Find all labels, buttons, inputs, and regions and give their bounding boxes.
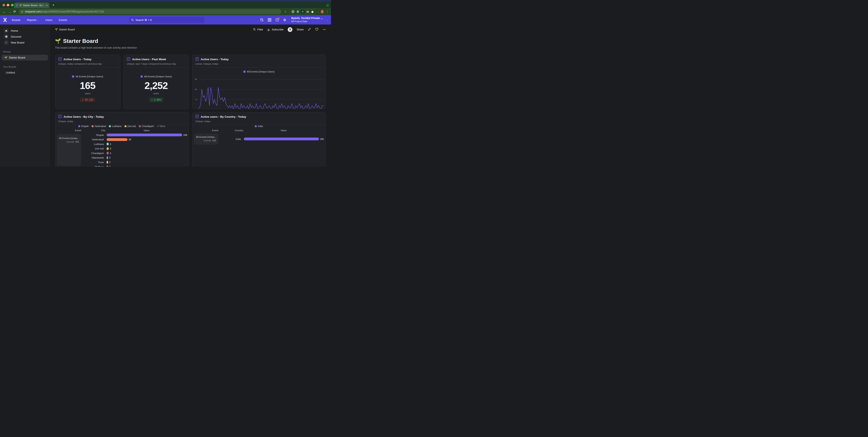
- bar[interactable]: [106, 138, 127, 141]
- close-window-button[interactable]: [3, 4, 5, 6]
- sidebar-item-starter-board[interactable]: 🌱 Starter Board: [1, 55, 48, 60]
- apps-grid-icon[interactable]: [268, 18, 272, 22]
- minimize-window-button[interactable]: [7, 4, 9, 6]
- breadcrumb[interactable]: 🌱 Starter Board: [55, 28, 75, 31]
- sidebar-item-label: Home: [11, 29, 18, 32]
- bookmark-star-icon[interactable]: ☆: [284, 10, 287, 13]
- card-subtitle: Unique, last 7 days compared to previous…: [127, 63, 186, 65]
- legend-item[interactable]: Hyderabad: [92, 125, 106, 127]
- card-active-users-line-chart[interactable]: Active Users - Today Linear, Unique, tod…: [192, 55, 326, 109]
- reload-button[interactable]: ⟳: [13, 10, 17, 13]
- forward-button[interactable]: →: [7, 10, 11, 13]
- bar-label: Ludhiana: [55, 143, 104, 145]
- bar-value: 30: [129, 138, 131, 141]
- bar-row[interactable]: Ongole109: [55, 133, 187, 137]
- plus-icon: +: [4, 40, 8, 45]
- tab-close-icon[interactable]: ×: [46, 4, 48, 7]
- search-input[interactable]: Search ⌘ + K: [129, 17, 204, 23]
- browser-tab-bar: 🌱 Starter Board - ByteXL Tec × + ⌄: [0, 2, 331, 8]
- legend-item[interactable]: Chandigarh: [139, 125, 154, 127]
- window-controls[interactable]: [3, 4, 13, 6]
- grammarly-icon[interactable]: G: [297, 10, 299, 13]
- sidebar-item-untitled[interactable]: Untitled: [0, 70, 50, 76]
- bar[interactable]: [106, 166, 108, 167]
- data-management-icon[interactable]: [260, 18, 264, 22]
- bar[interactable]: [106, 143, 109, 145]
- bar[interactable]: [106, 156, 108, 159]
- bar-rows: India165: [192, 137, 324, 141]
- site-info-icon[interactable]: [21, 11, 23, 12]
- card-active-users-past-week[interactable]: Active Users - Past Week Unique, last 7 …: [123, 55, 189, 109]
- bar[interactable]: [106, 147, 109, 150]
- bar-row[interactable]: Hyderabad30: [55, 137, 187, 142]
- share-button[interactable]: Share: [297, 28, 304, 31]
- legend-item[interactable]: Ongole: [78, 125, 89, 127]
- nav-item-reports[interactable]: Reports⌄: [27, 19, 39, 22]
- card-active-users-by-city[interactable]: Active Users - By City - Today Unique, t…: [55, 112, 189, 167]
- compass-icon: [4, 34, 8, 39]
- bullseye-icon[interactable]: [291, 10, 294, 13]
- desktop-strip: [0, 0, 331, 2]
- new-tab-button[interactable]: +: [52, 3, 55, 8]
- filter-button[interactable]: Filter: [253, 28, 263, 31]
- bar-value: 109: [183, 134, 187, 136]
- collaborator-avatar[interactable]: [288, 27, 292, 32]
- bar[interactable]: [244, 138, 319, 140]
- org-switcher[interactable]: ByteXL TechEd Private ... All Project Da…: [291, 17, 323, 23]
- nav-item-users[interactable]: Users: [45, 19, 52, 22]
- legend-more[interactable]: +7 More: [157, 125, 165, 127]
- bar-label: Vijayawada: [55, 156, 104, 159]
- bar[interactable]: [106, 152, 109, 154]
- sidebar: Home Discover + New Board Pinned 🌱 Start…: [0, 25, 50, 167]
- tab-title: Starter Board - ByteXL Tec: [23, 4, 45, 6]
- legend-item[interactable]: (not set): [125, 125, 136, 127]
- bar[interactable]: [106, 134, 182, 136]
- bar-row[interactable]: Mathura2: [55, 165, 187, 167]
- chrome-menu-icon[interactable]: ⋮: [327, 10, 329, 13]
- tab-search-button[interactable]: ⌄: [326, 4, 329, 7]
- bar-row[interactable]: (not set)3: [55, 146, 187, 151]
- nav-item-boards[interactable]: Boards: [12, 19, 21, 22]
- maximize-window-button[interactable]: [11, 4, 13, 6]
- back-button[interactable]: ←: [2, 10, 6, 13]
- more-options-button[interactable]: •••: [323, 28, 326, 31]
- legend-label: (not set): [127, 125, 136, 127]
- url-bar[interactable]: mixpanel.com/project/3455032/view/395769…: [19, 9, 281, 14]
- bar[interactable]: [106, 161, 108, 164]
- nav-item-events[interactable]: Events: [59, 19, 67, 22]
- card-active-users-today[interactable]: Active Users - Today Unique, today compa…: [55, 55, 120, 109]
- help-icon[interactable]: ?: [275, 18, 279, 22]
- seedling-icon: 🌱: [55, 28, 58, 31]
- mixpanel-logo-icon[interactable]: [3, 18, 7, 22]
- card-subtitle: Unique, today compared to previous day: [58, 63, 117, 65]
- camera-icon[interactable]: [306, 10, 309, 13]
- sidebar-item-new-board[interactable]: + New Board: [0, 39, 50, 46]
- search-icon: [131, 19, 134, 21]
- seedling-icon: 🌱: [4, 56, 7, 59]
- bar-row[interactable]: India165: [192, 137, 324, 141]
- browser-tab[interactable]: 🌱 Starter Board - ByteXL Tec ×: [14, 3, 50, 8]
- react-icon[interactable]: [301, 10, 304, 13]
- sidebar-item-label: Starter Board: [9, 56, 25, 59]
- subscribe-button[interactable]: Subscribe: [268, 28, 284, 31]
- profile-avatar[interactable]: k: [321, 10, 324, 14]
- settings-gear-icon[interactable]: ⚙: [283, 18, 287, 22]
- bar-row[interactable]: Chandigarh3: [55, 151, 187, 155]
- copy-link-icon[interactable]: [308, 28, 311, 31]
- legend-item[interactable]: Ludhiana: [109, 125, 121, 127]
- favorite-heart-icon[interactable]: [315, 28, 318, 31]
- card-active-users-by-country[interactable]: Active users - By Country - Today Unique…: [192, 112, 326, 167]
- bar-row[interactable]: Vijayawada2: [55, 155, 187, 160]
- bar-row[interactable]: Ludhiana3: [55, 142, 187, 146]
- bar-value: 3: [110, 147, 111, 150]
- bar-row[interactable]: Pune2: [55, 160, 187, 165]
- legend-item[interactable]: India: [255, 125, 263, 127]
- bar-value: 3: [110, 143, 111, 145]
- bar-label: Mathura: [55, 166, 104, 167]
- mixpanel-favicon-icon: [16, 4, 18, 6]
- tab-emoji: 🌱: [19, 4, 22, 6]
- extensions-puzzle-icon[interactable]: [311, 10, 314, 13]
- page-subtitle: This board contains a high level overvie…: [55, 46, 326, 49]
- sidebar-item-home[interactable]: Home: [0, 28, 50, 34]
- sidebar-item-discover[interactable]: Discover: [0, 34, 50, 39]
